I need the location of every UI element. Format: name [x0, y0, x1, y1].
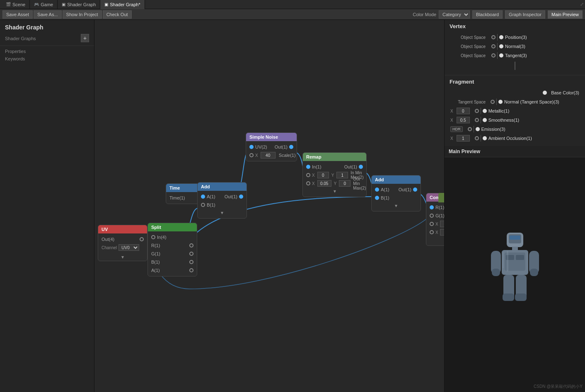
split-b-port[interactable]: [189, 260, 193, 264]
blackboard-button[interactable]: Blackboard: [472, 10, 503, 19]
split-r-port[interactable]: [189, 243, 193, 248]
remap-out-port[interactable]: [359, 165, 363, 169]
fragment-normal-out-port[interactable]: [491, 100, 495, 104]
fragment-normal-in-port[interactable]: [498, 100, 503, 104]
remap-outminmax-port[interactable]: [306, 181, 310, 185]
fragment-section: Fragment Base Color(3) Tangent Space Nor…: [445, 75, 585, 146]
vertex-normal-out-port[interactable]: [491, 44, 496, 48]
vertex-normal-in-port[interactable]: [499, 44, 503, 48]
frag-ao-input[interactable]: [457, 135, 470, 142]
graph-inspector-button[interactable]: Graph Inspector: [505, 10, 545, 19]
uv-out-port[interactable]: [140, 237, 144, 241]
simple-noise-node[interactable]: Simple Noise UV(2) Out(1) X Scale(1): [246, 132, 297, 161]
vertex-normal-port-label: Normal(3): [505, 44, 525, 49]
tab-shader-graph-active[interactable]: ▣ Shader Graph*: [100, 0, 145, 9]
save-as-button[interactable]: Save As...: [34, 10, 62, 19]
combine-body: R(1) RGBA(4) G(1) RGB(3) X: [426, 202, 444, 245]
canvas-area[interactable]: UV Out(4) Channel UV0 ▾ S: [94, 20, 444, 392]
fragment-smoothness-out-port[interactable]: [475, 118, 479, 122]
uv-expand-btn[interactable]: ▾: [121, 254, 124, 260]
sn-out-label: Out(1): [275, 144, 288, 149]
tab-game[interactable]: 🎮 Game: [30, 0, 58, 9]
add2-node[interactable]: Add A(1) Out(1) B(1) ▾: [371, 175, 421, 212]
svg-rect-23: [515, 293, 527, 301]
shader-graphs-label: Shader Graphs: [5, 36, 81, 41]
svg-rect-24: [507, 251, 508, 272]
tab-scene[interactable]: 🎬 Scene: [2, 0, 30, 9]
vertex-pos-in-port[interactable]: [499, 35, 503, 39]
fragment-metallic-in-port[interactable]: [483, 109, 487, 113]
add2-expand[interactable]: ▾: [395, 203, 397, 209]
add1-b-port[interactable]: [201, 203, 205, 207]
add1-footer: ▾: [198, 209, 247, 216]
fragment-emission-out-port[interactable]: [468, 127, 472, 131]
uv-channel-select[interactable]: UV0: [118, 244, 139, 251]
resize-bar[interactable]: [515, 62, 515, 70]
combine-g-port[interactable]: [430, 214, 434, 218]
split-g-port[interactable]: [189, 252, 193, 256]
remap-y2-input[interactable]: [339, 180, 351, 187]
fragment-ao-out-port[interactable]: [475, 136, 479, 140]
color-mode-select[interactable]: Category: [439, 10, 470, 19]
add1-expand[interactable]: ▾: [221, 210, 223, 216]
sn-scale-row: X Scale(1): [246, 151, 297, 159]
fragment-metallic-out-port[interactable]: [475, 109, 479, 113]
remap-x1-input[interactable]: [317, 172, 329, 178]
remap-in-label: In(1): [312, 164, 322, 169]
tab-shader-graph[interactable]: ▣ Shader Graph: [58, 0, 100, 9]
combine-b-port[interactable]: [430, 222, 434, 226]
fragment-ao-row: X Ambient Occlusion(1): [449, 134, 581, 143]
add2-a-port[interactable]: [375, 188, 379, 192]
fragment-smoothness-in-port[interactable]: [483, 118, 487, 122]
split-header: Split: [148, 223, 197, 231]
add-shader-graph-button[interactable]: +: [81, 34, 89, 42]
svg-rect-15: [516, 255, 524, 260]
remap-node[interactable]: Remap In(1) Out(1) X Y In Min Max(2): [302, 152, 367, 197]
vertex-resize-handle[interactable]: [449, 60, 581, 72]
sn-scale-port[interactable]: [249, 153, 254, 157]
add1-a-port[interactable]: [201, 195, 205, 199]
add2-b-port[interactable]: [375, 196, 379, 200]
split-node[interactable]: Split In(4) R(1) G(1) B(1): [147, 223, 197, 277]
add2-out-port[interactable]: [413, 188, 417, 192]
add2-a-label: A(1): [381, 187, 389, 192]
check-out-button[interactable]: Check Out: [103, 10, 132, 19]
remap-inminmax-port[interactable]: [306, 173, 310, 177]
properties-section[interactable]: Properties: [0, 48, 94, 55]
maximize-icon[interactable]: ⤢: [580, 2, 585, 7]
vertex-tangent-out-port[interactable]: [491, 53, 496, 58]
game-icon: 🎮: [34, 2, 39, 7]
robot-container: [482, 229, 548, 320]
remap-in-port[interactable]: [306, 165, 310, 169]
frag-metallic-input[interactable]: [457, 108, 470, 114]
svg-rect-21: [503, 293, 514, 301]
combine-a-port[interactable]: [430, 230, 434, 234]
uv-node[interactable]: UV Out(4) Channel UV0 ▾: [98, 225, 147, 261]
fragment-ao-in-port[interactable]: [483, 136, 487, 140]
save-asset-button[interactable]: Save Asset: [2, 10, 33, 19]
sn-out-port[interactable]: [289, 145, 293, 149]
fragment-basecolor-in-port[interactable]: [543, 91, 547, 95]
add1-out-port[interactable]: [239, 195, 243, 199]
frag-smoothness-input[interactable]: [457, 117, 470, 123]
split-a-row: A(1): [148, 266, 197, 274]
split-a-port[interactable]: [189, 268, 193, 272]
combine-bx-input[interactable]: [440, 221, 444, 227]
add1-node[interactable]: Add A(1) Out(1) B(1) ▾: [197, 182, 247, 219]
vertex-pos-out-port[interactable]: [491, 35, 496, 39]
fragment-emission-in-port[interactable]: [476, 127, 480, 131]
combine-ax-input[interactable]: [440, 229, 444, 236]
combine-r-port[interactable]: [430, 205, 434, 209]
main-preview-button[interactable]: Main Preview: [548, 10, 583, 19]
vertex-tangent-in-port[interactable]: [499, 53, 503, 58]
split-in-port[interactable]: [151, 235, 155, 239]
remap-x2-input[interactable]: [317, 180, 331, 187]
remap-y1-input[interactable]: [336, 172, 348, 178]
sn-scale-input[interactable]: [261, 152, 276, 159]
sn-uv-port[interactable]: [249, 145, 254, 149]
keywords-section[interactable]: Keywords: [0, 55, 94, 63]
show-in-project-button[interactable]: Show In Project: [63, 10, 102, 19]
sn-scale-label: Scale(1): [279, 153, 296, 158]
remap-expand[interactable]: ▾: [334, 188, 336, 194]
vertex-position-row: Object Space Position(3): [449, 33, 581, 42]
